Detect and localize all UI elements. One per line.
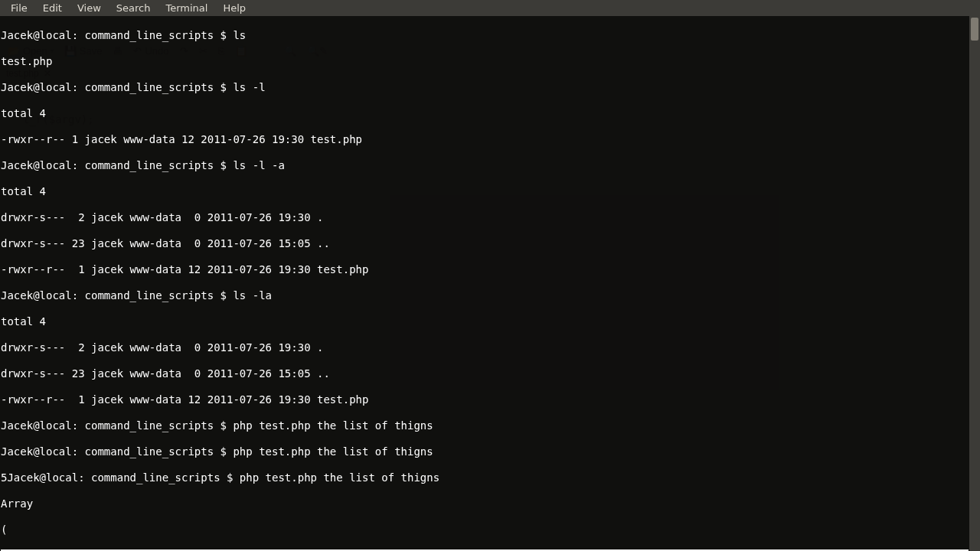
- terminal-line: -rwxr--r-- 1 jacek www-data 12 2011-07-2…: [1, 393, 969, 406]
- terminal-line: total 4: [1, 315, 969, 328]
- menu-help[interactable]: Help: [215, 0, 253, 16]
- menu-search[interactable]: Search: [109, 0, 158, 16]
- terminal-line: Array: [1, 497, 969, 510]
- terminal-line: total 4: [1, 185, 969, 198]
- terminal-line: drwxr-s--- 2 jacek www-data 0 2011-07-26…: [1, 211, 969, 224]
- menubar: File Edit View Search Terminal Help: [0, 0, 980, 16]
- menu-view[interactable]: View: [70, 0, 109, 16]
- terminal-line: 5Jacek@local: command_line_scripts $ php…: [1, 471, 969, 484]
- menu-edit[interactable]: Edit: [35, 0, 70, 16]
- terminal-line: drwxr-s--- 2 jacek www-data 0 2011-07-26…: [1, 341, 969, 354]
- main-area: 📂 Open ▾ 💾 Save 🖶 ↶ Undo ↷ ✂ ⎘ 📋 🔍 🔍✎ te…: [0, 16, 980, 551]
- terminal-line: total 4: [1, 107, 969, 120]
- menu-file[interactable]: File: [3, 0, 35, 16]
- menu-terminal[interactable]: Terminal: [158, 0, 215, 16]
- terminal-line: Jacek@local: command_line_scripts $ ls -…: [1, 289, 969, 302]
- terminal-line: test.php: [1, 55, 969, 68]
- terminal-line: Jacek@local: command_line_scripts $ ls: [1, 29, 969, 42]
- vertical-scrollbar[interactable]: ▾: [969, 16, 980, 551]
- terminal-line: Jacek@local: command_line_scripts $ ls -…: [1, 159, 969, 172]
- terminal-line: -rwxr--r-- 1 jacek www-data 12 2011-07-2…: [1, 133, 969, 146]
- terminal-line: Jacek@local: command_line_scripts $ php …: [1, 445, 969, 458]
- terminal[interactable]: Jacek@local: command_line_scripts $ ls t…: [0, 16, 969, 551]
- terminal-line: -rwxr--r-- 1 jacek www-data 12 2011-07-2…: [1, 263, 969, 276]
- terminal-line: Jacek@local: command_line_scripts $ php …: [1, 419, 969, 432]
- terminal-line: Jacek@local: command_line_scripts $ ls -…: [1, 81, 969, 94]
- terminal-line: drwxr-s--- 23 jacek www-data 0 2011-07-2…: [1, 237, 969, 250]
- terminal-line: drwxr-s--- 23 jacek www-data 0 2011-07-2…: [1, 367, 969, 380]
- scrollbar-thumb[interactable]: [971, 18, 978, 41]
- terminal-line: (: [1, 523, 969, 536]
